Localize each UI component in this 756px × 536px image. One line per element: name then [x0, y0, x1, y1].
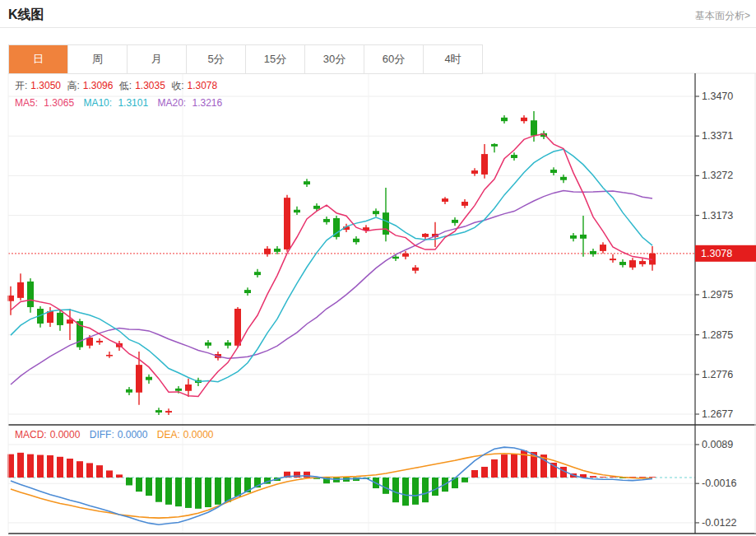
- diff-value-legend: DIFF:0.0000: [90, 429, 151, 440]
- candles: [7, 111, 656, 415]
- tab-30min[interactable]: 30分: [305, 45, 364, 73]
- tab-60min[interactable]: 60分: [364, 45, 424, 73]
- tab-4hour[interactable]: 4时: [424, 45, 482, 73]
- kline-widget: 1.34701.33711.32721.31731.29751.28751.27…: [0, 0, 756, 536]
- tab-month[interactable]: 月: [128, 45, 187, 73]
- low-value: 1.3035: [135, 80, 165, 91]
- svg-text:0.0089: 0.0089: [702, 439, 733, 450]
- svg-text:1.3470: 1.3470: [702, 91, 733, 102]
- svg-text:1.2776: 1.2776: [702, 369, 733, 380]
- svg-text:1.2677: 1.2677: [702, 408, 733, 420]
- ohlc-legend: 开:1.3050 高:1.3096 低:1.3035 收:1.3078: [15, 79, 220, 93]
- low-label: 低:: [119, 80, 132, 91]
- svg-text:1.2975: 1.2975: [702, 289, 733, 301]
- y-axis-labels: 1.34701.33711.32721.31731.29751.28751.27…: [695, 91, 756, 529]
- macd-value-legend: MACD:0.0000: [15, 429, 83, 440]
- ma5-line: [11, 134, 652, 397]
- gridlines: [8, 73, 695, 534]
- page-title: K线图: [8, 7, 44, 24]
- svg-text:1.3371: 1.3371: [702, 130, 733, 142]
- close-value: 1.3078: [188, 80, 218, 91]
- tab-5min[interactable]: 5分: [187, 45, 246, 73]
- fundamental-analysis-link[interactable]: 基本面分析>: [695, 9, 750, 23]
- macd-legend: MACD:0.0000 DIFF:0.0000 DEA:0.0000: [15, 429, 220, 440]
- ma-legend: MA5: 1.3065 MA10: 1.3101 MA20: 1.3216: [15, 97, 229, 109]
- svg-text:-0.0122: -0.0122: [702, 517, 736, 529]
- high-value: 1.3096: [83, 80, 114, 91]
- svg-text:1.3272: 1.3272: [702, 170, 733, 181]
- tab-day[interactable]: 日: [9, 45, 68, 73]
- open-label: 开:: [15, 80, 27, 91]
- ma10-legend: MA10: 1.3101: [83, 97, 151, 109]
- svg-text:1.2875: 1.2875: [702, 329, 733, 341]
- ma10-line: [11, 149, 652, 382]
- tab-15min[interactable]: 15分: [246, 45, 305, 73]
- price-badge-value: 1.3078: [701, 248, 732, 259]
- ma5-legend: MA5: 1.3065: [15, 97, 77, 109]
- close-label: 收:: [171, 80, 183, 91]
- svg-text:1.3173: 1.3173: [702, 210, 733, 221]
- header-divider: [0, 27, 756, 28]
- ma20-legend: MA20: 1.3216: [157, 97, 225, 109]
- interval-tabbar: 日 周 月 5分 15分 30分 60分 4时: [8, 44, 483, 74]
- chart-frame: [8, 73, 756, 534]
- svg-text:-0.0016: -0.0016: [702, 478, 736, 489]
- high-label: 高:: [67, 80, 79, 91]
- tab-week[interactable]: 周: [68, 45, 128, 73]
- dea-value-legend: DEA:0.0000: [157, 429, 217, 440]
- open-value: 1.3050: [30, 80, 61, 91]
